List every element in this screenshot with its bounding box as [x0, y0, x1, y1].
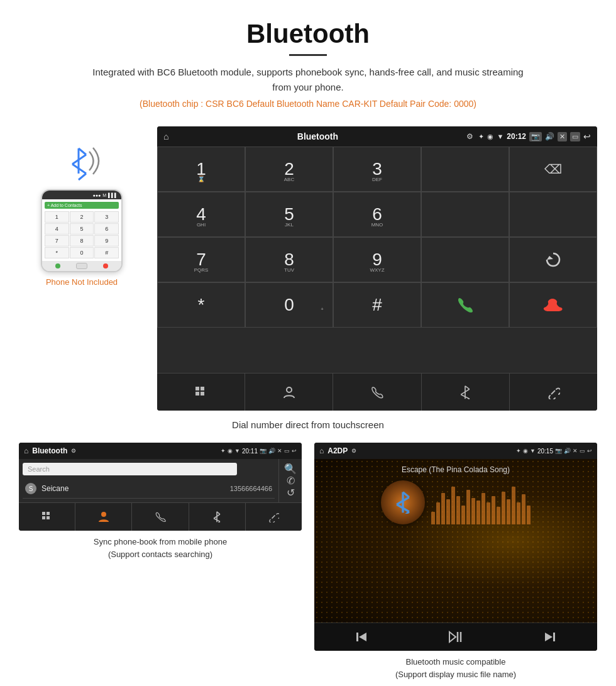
phone-home-button[interactable]: [76, 263, 87, 269]
pb-search-icon[interactable]: 🔍: [284, 463, 297, 475]
close-icon[interactable]: ✕: [558, 132, 567, 141]
pb-nav-bt[interactable]: [189, 503, 246, 531]
eq-bar: [481, 493, 485, 524]
dial-backspace[interactable]: ⌫: [509, 147, 597, 192]
pb-status-bar: ⌂ Bluetooth ⚙ ✦ ◉ ▼ 20:11 📷 🔊 ✕ ▭ ↩: [19, 443, 302, 459]
dial-call-green[interactable]: [421, 282, 509, 328]
pb-person-icon: [97, 511, 110, 523]
pb-nav-link[interactable]: [246, 503, 302, 531]
dial-key-hash[interactable]: #: [333, 282, 421, 328]
dial-redial[interactable]: [509, 237, 597, 282]
dial-key-0[interactable]: 0 +: [245, 282, 333, 328]
pb-content: Search S Seicane 13566664466: [19, 459, 278, 502]
phone-key-1[interactable]: 1: [45, 211, 69, 223]
car-screen-dialpad: ⌂ Bluetooth ⚙ ✦ ◉ ▼ 20:12 📷 🔊 ✕ ▭ ↩ 1 ⌛: [157, 126, 597, 411]
contact-row[interactable]: S Seicane 13566664466: [23, 479, 275, 499]
dial-key-star[interactable]: *: [157, 282, 245, 328]
svg-line-4: [79, 174, 86, 180]
window-icon[interactable]: ▭: [570, 132, 580, 141]
pb-nav-phone[interactable]: [132, 503, 189, 531]
pb-nav-contacts[interactable]: [75, 503, 132, 531]
phone-dialpad: 1 2 3 4 5 6 7 8 9 * 0 #: [45, 211, 119, 258]
phone-key-7[interactable]: 7: [45, 235, 69, 246]
phone-key-2[interactable]: 2: [70, 211, 94, 223]
phone-key-hash[interactable]: #: [94, 247, 119, 258]
phone-key-9[interactable]: 9: [94, 235, 119, 246]
pb-back-icon[interactable]: ↩: [292, 448, 297, 454]
eq-bar: [497, 507, 500, 524]
phone-key-5[interactable]: 5: [70, 223, 94, 235]
main-caption: Dial number direct from touchscreen: [0, 419, 616, 430]
music-vol-icon[interactable]: 🔊: [564, 448, 571, 454]
apps-grid-icon: [194, 385, 208, 399]
pb-home-icon[interactable]: ⌂: [24, 446, 28, 455]
dial-key-8[interactable]: 8 TUV: [245, 237, 333, 282]
pb-camera-icon[interactable]: 📷: [260, 448, 267, 454]
contact-number: 13566664466: [230, 485, 272, 492]
music-camera-icon[interactable]: 📷: [555, 448, 562, 454]
dial-key-5[interactable]: 5 JKL: [245, 192, 333, 237]
camera-icon[interactable]: 📷: [529, 132, 542, 141]
pb-search-placeholder: Search: [28, 465, 50, 473]
car-home-icon[interactable]: ⌂: [163, 131, 168, 141]
phone-area: ●●●M▌▌▌ + Add to Contacts 1 2 3 4 5 6 7 …: [19, 126, 145, 287]
pb-call-icon[interactable]: ✆: [287, 475, 295, 487]
car-nav-phone[interactable]: [333, 373, 421, 411]
usb-icon: ⚙: [466, 132, 473, 141]
dial-key-6[interactable]: 6 MNO: [333, 192, 421, 237]
pb-win-icon[interactable]: ▭: [284, 448, 290, 454]
back-icon[interactable]: ↩: [583, 131, 591, 141]
music-home-icon[interactable]: ⌂: [319, 446, 324, 455]
phone-end-button[interactable]: [103, 263, 108, 268]
phone-mockup: ●●●M▌▌▌ + Add to Contacts 1 2 3 4 5 6 7 …: [41, 189, 123, 272]
pb-vol-icon[interactable]: 🔊: [268, 448, 275, 454]
music-play-pause[interactable]: [409, 623, 503, 651]
signal-icon: ▼: [497, 133, 503, 140]
music-win-icon[interactable]: ▭: [580, 448, 585, 454]
phone-key-6[interactable]: 6: [94, 223, 119, 235]
dial-call-red[interactable]: [509, 282, 597, 328]
dial-key-9[interactable]: 9 WXYZ: [333, 237, 421, 282]
pb-refresh-icon[interactable]: ↺: [287, 487, 295, 499]
pb-bottom-nav: [19, 502, 302, 531]
phone-key-4[interactable]: 4: [45, 223, 69, 235]
phone-key-8[interactable]: 8: [70, 235, 94, 246]
dial-key-1[interactable]: 1 ⌛: [157, 147, 245, 192]
car-nav-link[interactable]: [510, 373, 597, 411]
play-pause-icon: [448, 631, 463, 643]
page-title: Bluetooth: [13, 19, 603, 49]
eq-bar: [461, 506, 465, 524]
dial-empty-4: [421, 237, 509, 282]
car-nav-contacts[interactable]: [245, 373, 333, 411]
music-gps-icon: ◉: [523, 448, 528, 454]
svg-marker-31: [359, 633, 366, 641]
car-nav-bluetooth[interactable]: [422, 373, 510, 411]
car-status-bar-dialpad: ⌂ Bluetooth ⚙ ✦ ◉ ▼ 20:12 📷 🔊 ✕ ▭ ↩: [157, 126, 597, 147]
dial-key-2[interactable]: 2 ABC: [245, 147, 333, 192]
gps-icon: ◉: [487, 133, 493, 141]
phone-key-star[interactable]: *: [45, 247, 69, 258]
eq-bar: [441, 493, 445, 524]
phone-call-button[interactable]: [55, 263, 60, 268]
call-green-icon: [456, 296, 475, 314]
phone-key-0[interactable]: 0: [70, 247, 94, 258]
dial-key-3[interactable]: 3 DEF: [333, 147, 421, 192]
music-back-icon[interactable]: ↩: [587, 448, 592, 454]
music-next[interactable]: [503, 623, 597, 651]
pb-search-bar[interactable]: Search: [23, 463, 237, 475]
music-prev[interactable]: [314, 623, 409, 651]
pb-nav-apps[interactable]: [19, 503, 75, 531]
svg-line-1: [79, 148, 86, 155]
music-song-title: Escape (The Pina Colada Song): [402, 465, 510, 474]
title-divider: [289, 54, 327, 56]
volume-icon[interactable]: 🔊: [545, 132, 554, 141]
music-close-icon[interactable]: ✕: [573, 448, 578, 454]
person-icon: [282, 385, 296, 399]
dial-key-4[interactable]: 4 GHI: [157, 192, 245, 237]
dial-key-7[interactable]: 7 PQRS: [157, 237, 245, 282]
music-status-bar: ⌂ A2DP ⚙ ✦ ◉ ▼ 20:15 📷 🔊 ✕ ▭ ↩: [314, 443, 597, 459]
pb-close-icon[interactable]: ✕: [277, 448, 282, 454]
bt-signal-area: [57, 139, 107, 183]
car-nav-apps[interactable]: [157, 373, 245, 411]
phone-key-3[interactable]: 3: [94, 211, 119, 223]
